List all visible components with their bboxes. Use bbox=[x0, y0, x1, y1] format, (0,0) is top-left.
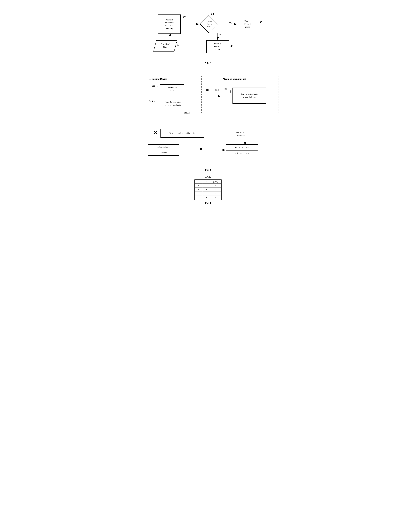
enable-node: EnableDesiredaction bbox=[237, 17, 258, 31]
figure-4: XOR d c f(d,c) 110101011000 Fig. 4 bbox=[142, 175, 274, 209]
table-row: 011 bbox=[195, 192, 222, 196]
label-310: 310 bbox=[149, 100, 153, 103]
label-10: 10 bbox=[183, 15, 186, 18]
fig4-label: Fig. 4 bbox=[205, 202, 211, 204]
embed-code-box: Embed registrationcode in signal data bbox=[157, 98, 189, 109]
x-mark-1: ✕ bbox=[154, 130, 157, 135]
figure-1: CombinedData 5 Retrieveembeddeddata into… bbox=[142, 5, 274, 60]
disable-node: DisableDesiredaction bbox=[206, 40, 229, 53]
correct-decision: Correctembeddeddata? bbox=[199, 15, 218, 33]
left-bottom-label: Content bbox=[148, 150, 179, 155]
label-300: 300 bbox=[206, 89, 209, 91]
table-row: 101 bbox=[195, 188, 222, 192]
label-5: 5 bbox=[177, 43, 179, 46]
label-305: 305 bbox=[152, 85, 155, 87]
recording-device-title: Recording Device bbox=[149, 78, 167, 80]
label-40: 40 bbox=[231, 45, 233, 48]
fig1-label: Fig. 1 bbox=[142, 61, 274, 64]
fig3-label: Fig. 3 bbox=[142, 169, 274, 171]
label-30: 30 bbox=[259, 21, 262, 24]
table-row: 110 bbox=[195, 184, 222, 188]
xor-table: d c f(d,c) 110101011000 bbox=[194, 180, 222, 200]
right-top-label: Embedded Data bbox=[226, 145, 258, 151]
reg-code-box: Registrationcode bbox=[160, 84, 184, 93]
table-row: 000 bbox=[195, 196, 222, 200]
xor-title: XOR bbox=[205, 175, 211, 178]
label-20: 20 bbox=[211, 13, 214, 15]
left-top-label: Embedded Data bbox=[148, 145, 179, 150]
col-header-d: d bbox=[195, 180, 202, 184]
recording-device-box: Recording Device Registrationcode 305 } … bbox=[147, 76, 202, 113]
left-combined-box: Embedded Data Content bbox=[148, 144, 179, 156]
x-mark-2: ✕ bbox=[199, 147, 203, 152]
trace-box: Trace registration toowner if pirated bbox=[232, 87, 266, 104]
right-bottom-label: Different Content bbox=[226, 151, 258, 156]
figure-2: Recording Device Registrationcode 305 } … bbox=[142, 68, 274, 119]
label-330: 330 bbox=[224, 88, 228, 90]
right-combined-box: Embedded Data Different Content bbox=[226, 144, 258, 156]
col-header-fdc: f(d,c) bbox=[210, 180, 222, 184]
combined-data-node: CombinedData bbox=[153, 40, 177, 51]
retrieve-aux-box: Retrieve original auxiliary bits bbox=[160, 129, 204, 138]
retrieve-node: Retrieveembeddeddata intomemory bbox=[158, 14, 181, 34]
yes-label: Yes bbox=[229, 22, 232, 24]
col-header-c: c bbox=[202, 180, 210, 184]
fig2-caption: Fig. 2 bbox=[184, 111, 190, 114]
relock-box: Re-lock andRe-Embed bbox=[229, 129, 253, 139]
figure-3: ✕ Retrieve original auxiliary bits Re-lo… bbox=[142, 122, 274, 167]
media-title: Media in open market bbox=[223, 78, 246, 80]
no-label: No bbox=[219, 33, 221, 36]
media-box: Media in open market Trace registration … bbox=[221, 76, 279, 113]
label-320: 320 bbox=[215, 89, 219, 91]
